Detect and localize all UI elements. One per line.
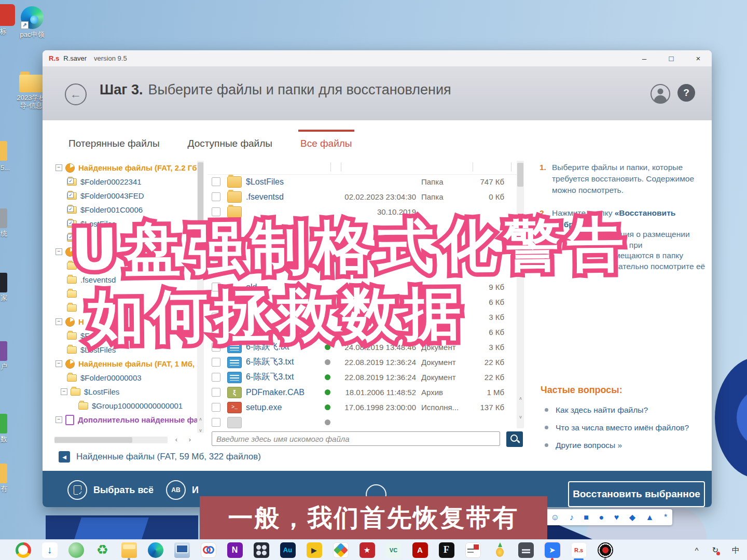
file-row[interactable]: $LostFilesПапка747 Кб [208,174,517,189]
faq-link-numbers[interactable]: Что за числа вместо имён файлов? [541,422,696,433]
taskbar-icon-browser[interactable] [15,541,32,558]
settings-gear-icon[interactable]: * [664,513,667,522]
taskbar-icon-rsaver[interactable]: R.s [570,541,587,558]
tree-item[interactable]: $Group100000000000001 [54,399,204,413]
keyboard-icon[interactable]: ■ [584,513,589,522]
row-checkbox[interactable] [212,177,220,186]
taskbar-icon-download[interactable]: ↓ [41,541,58,558]
collapse-panel-button[interactable]: ◀ [59,451,70,463]
desktop-icon-partial-gray[interactable] [0,208,7,228]
tree-item[interactable]: $LostFiles [54,385,204,399]
tree-item[interactable]: $Folder00022341 [54,175,204,189]
tree-item[interactable]: $Folder00000003 [54,371,204,385]
taskbar-icon-onenote[interactable]: N [226,541,243,558]
desktop-icon-label: 有 [1,484,7,494]
help-button[interactable]: ? [677,84,695,102]
row-checkbox[interactable] [212,418,220,427]
close-button[interactable]: × [685,50,712,66]
smiley-icon[interactable]: ☺ [551,513,559,522]
scroll-left-arrow[interactable]: ‹ [172,436,181,444]
file-row[interactable]: PDFmaker.CAB18.01.2006 11:48:52Архив1 Мб [208,385,517,400]
restore-selected-button[interactable]: Восстановить выбранное [568,481,705,507]
user-icon[interactable]: ● [599,513,604,522]
faq-link-other[interactable]: Другие вопросы » [541,440,696,451]
taskbar-icon-record[interactable] [597,541,614,558]
taskbar-icon-player[interactable]: ▶ [306,541,323,558]
tree-horizontal-scrollbar[interactable] [54,437,168,443]
tree-item[interactable]: Найденные файлы (FAT, 2.2 Гб, [54,161,204,175]
taskbar-icon-recycle[interactable]: ♻ [94,541,111,558]
file-row[interactable] [208,415,517,429]
taskbar-icon-scale[interactable] [517,541,534,558]
tray-chevron-up[interactable]: ^ [695,546,698,555]
scroll-down-arrow[interactable]: v [517,413,524,421]
encoding-button[interactable]: АВ И [166,480,199,500]
file-row[interactable]: setup.exe17.06.1998 23:00:00Исполня...13… [208,400,517,415]
collapse-icon[interactable] [56,318,62,325]
desktop-icon-partial-green[interactable] [0,414,7,433]
taskbar-icon-circles-app[interactable] [200,541,217,558]
taskbar-icon-color-tiles[interactable] [332,541,349,558]
scroll-up-arrow[interactable]: ʌ [197,415,204,423]
taskbar-icon-acrobat[interactable]: A [411,541,428,558]
taskbar-icon-vc[interactable]: VC [385,541,402,558]
tab-available-files[interactable]: Доступные файлы [186,130,274,152]
row-checkbox[interactable] [212,388,220,397]
taskbar-icon-pineapple[interactable] [491,541,508,558]
clothes-icon[interactable]: ♥ [614,513,619,522]
row-checkbox[interactable] [212,358,220,367]
scroll-right-arrow[interactable]: › [185,436,195,444]
maximize-button[interactable]: □ [658,50,685,66]
row-checkbox[interactable] [212,192,220,201]
taskbar-icon-doc-stamp[interactable] [464,541,481,558]
taskbar-icon-fan-app[interactable] [253,541,270,558]
row-checkbox[interactable] [212,403,220,412]
scroll-down-arrow[interactable]: v [197,426,204,435]
column-separator [473,162,473,172]
file-row[interactable]: 6-陈跃飞3.txt22.08.2019 12:36:24Документ22 … [208,355,517,370]
collapse-icon[interactable] [56,248,62,255]
tree-item[interactable]: Найденные файлы (FAT, 1 Мб, 2 [54,357,204,371]
minimize-button[interactable]: – [631,50,658,66]
back-button[interactable]: ← [65,83,87,105]
scroll-up-arrow[interactable]: ʌ [517,394,524,402]
desktop-icon-partial-black[interactable] [0,273,7,292]
wallpaper-bloom-bottom-left-accent [74,517,149,539]
file-row[interactable]: 6-陈跃飞3.txt22.08.2019 12:36:24Документ22 … [208,370,517,385]
search-input[interactable] [212,431,500,446]
row-checkbox[interactable] [212,373,220,382]
desktop-icon-partial-folder2[interactable] [0,464,7,483]
desktop-icon-pac[interactable]: ↗ pac申领 [9,6,55,38]
tab-lost-files[interactable]: Потерянные файлы [66,130,162,152]
collapse-icon[interactable] [56,360,62,367]
tree-item[interactable]: $Folder001C0006 [54,203,204,217]
taskbar-icon-photo-app[interactable]: ★ [358,541,376,558]
collapse-icon[interactable] [56,416,62,423]
taskbar-icon-bird-app[interactable]: ➤ [544,541,561,558]
scrollbar-thumb[interactable] [54,437,132,443]
desktop-icon-partial-purple[interactable] [0,341,7,361]
tree-item[interactable]: $Folder00043FED [54,189,204,203]
taskbar-icon-f-app[interactable]: F [438,541,455,558]
taskbar-icon-file-explorer[interactable] [120,541,137,558]
taskbar-icon-my-computer[interactable] [173,541,190,558]
file-row[interactable]: .fseventsd02.02.2023 23:04:30Папка0 Кб [208,189,517,204]
apps-grid-icon[interactable]: ▲ [646,513,654,522]
taskbar-icon-audition[interactable]: Au [279,541,296,558]
taskbar-icon-idm[interactable] [67,541,85,558]
scrollbar-thumb[interactable] [517,163,523,187]
microphone-icon[interactable]: ♪ [570,513,574,522]
faq-link-find-files[interactable]: Как здесь найти файлы? [541,404,696,416]
select-all-button[interactable]: Выбрать всё [67,480,154,500]
collapse-icon[interactable] [61,388,67,395]
tray-sync-icon[interactable]: ↻ [712,545,718,555]
desktop-icon-partial-folder[interactable] [0,141,7,161]
tree-item[interactable]: Дополнительно найденные фай [54,413,204,427]
tray-ime-indicator[interactable]: 中 [732,545,740,555]
tab-all-files[interactable]: Все файлы [298,130,354,152]
taskbar-icon-edge[interactable] [147,541,164,558]
search-button[interactable] [506,431,523,447]
gamepad-icon[interactable]: ◆ [629,513,635,522]
account-icon[interactable] [651,84,670,104]
collapse-icon[interactable] [56,164,62,171]
